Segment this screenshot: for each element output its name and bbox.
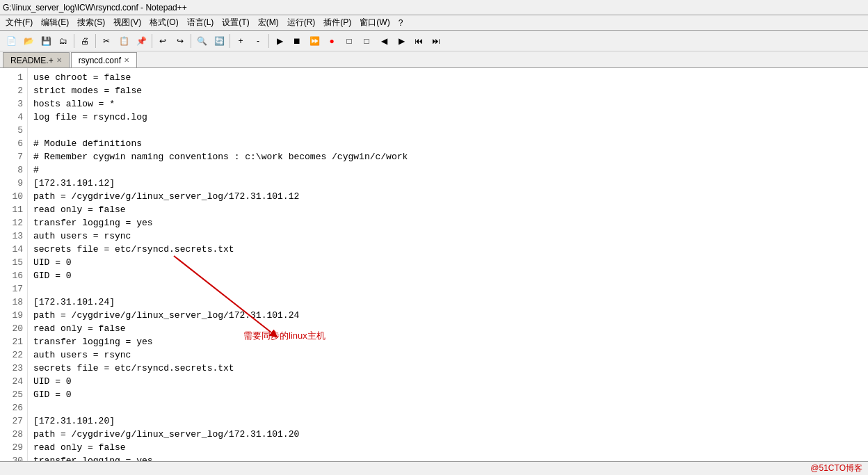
line-num-27: 27: [0, 414, 27, 428]
paste-button[interactable]: 📌: [133, 33, 150, 49]
line-num-24: 24: [0, 375, 27, 388]
separator-5: [230, 34, 230, 48]
tab-readme[interactable]: README.+ ✕: [3, 52, 70, 67]
code-line-16: GID = 0: [33, 269, 862, 282]
undo-button[interactable]: ↩: [154, 33, 171, 49]
code-line-17: [33, 282, 862, 296]
line-num-16: 16: [0, 269, 27, 282]
title-bar: G:\linux_server_log\ICW\rsyncd.conf - No…: [0, 0, 868, 15]
code-line-7: # Remember cygwin naming conventions : c…: [33, 150, 862, 163]
menu-file[interactable]: 文件(F): [1, 15, 37, 30]
line-numbers: 1234567891011121314151617181920212223242…: [0, 68, 28, 461]
code-line-1: use chroot = false: [33, 71, 862, 84]
zoom-out-button[interactable]: -: [250, 33, 266, 49]
code-line-8: #: [33, 163, 862, 177]
status-bar: @51CTO博客: [0, 461, 868, 475]
line-num-6: 6: [0, 137, 27, 150]
line-num-4: 4: [0, 111, 27, 124]
menu-edit[interactable]: 编辑(E): [37, 15, 73, 30]
separator-1: [74, 34, 74, 48]
menu-bar: 文件(F) 编辑(E) 搜索(S) 视图(V) 格式(O) 语言(L) 设置(T…: [0, 15, 868, 31]
tab-rsyncd-close[interactable]: ✕: [124, 56, 129, 64]
menu-help[interactable]: ?: [394, 17, 408, 29]
code-line-9: [172.31.101.12]: [33, 177, 862, 190]
code-line-30: transfer logging = yes: [33, 454, 862, 461]
replace-button[interactable]: 🔄: [211, 33, 227, 49]
btn-extra4[interactable]: ▶: [393, 33, 410, 49]
tab-rsyncd[interactable]: rsyncd.conf ✕: [71, 52, 137, 67]
save-button[interactable]: 💾: [38, 33, 54, 49]
separator-3: [152, 34, 152, 48]
line-num-10: 10: [0, 190, 27, 203]
toolbar: 📄 📂 💾 🗂 🖨 ✂ 📋 📌 ↩ ↪ 🔍 🔄 + - ▶ ⏹ ⏩ ● □ □ …: [0, 31, 868, 51]
code-line-15: UID = 0: [33, 256, 862, 269]
line-num-22: 22: [0, 348, 27, 362]
code-line-25: GID = 0: [33, 388, 862, 401]
editor-area[interactable]: 1234567891011121314151617181920212223242…: [0, 68, 868, 461]
line-num-14: 14: [0, 243, 27, 256]
cut-button[interactable]: ✂: [98, 33, 115, 49]
menu-search[interactable]: 搜索(S): [73, 15, 109, 30]
save-all-button[interactable]: 🗂: [55, 33, 72, 49]
btn-extra5[interactable]: ⏮: [410, 33, 427, 49]
find-button[interactable]: 🔍: [193, 33, 210, 49]
zoom-in-button[interactable]: +: [232, 33, 249, 49]
code-line-21: transfer logging = yes: [33, 335, 862, 348]
open-button[interactable]: 📂: [20, 33, 37, 49]
line-num-11: 11: [0, 203, 27, 216]
menu-macro[interactable]: 宏(M): [254, 15, 283, 30]
line-num-20: 20: [0, 322, 27, 335]
print-button[interactable]: 🖨: [77, 33, 93, 49]
line-num-25: 25: [0, 388, 27, 401]
code-line-6: # Module definitions: [33, 137, 862, 150]
tab-rsyncd-label: rsyncd.conf: [79, 56, 121, 65]
btn-extra2[interactable]: □: [358, 33, 375, 49]
tab-readme-close[interactable]: ✕: [56, 56, 62, 64]
menu-format[interactable]: 格式(O): [145, 15, 182, 30]
line-num-28: 28: [0, 428, 27, 441]
run-button[interactable]: ▶: [271, 33, 288, 49]
line-num-19: 19: [0, 309, 27, 322]
line-num-8: 8: [0, 163, 27, 177]
separator-4: [191, 34, 191, 48]
line-num-21: 21: [0, 335, 27, 348]
code-line-26: [33, 401, 862, 414]
tab-bar: README.+ ✕ rsyncd.conf ✕: [0, 51, 868, 68]
btn-extra6[interactable]: ⏭: [428, 33, 444, 49]
menu-plugins[interactable]: 插件(P): [319, 15, 355, 30]
stop-button[interactable]: ⏹: [289, 33, 305, 49]
separator-6: [268, 34, 269, 48]
code-line-28: path = /cygdrive/g/linux_server_log/172.…: [33, 428, 862, 441]
line-num-18: 18: [0, 296, 27, 309]
menu-run[interactable]: 运行(R): [283, 15, 320, 30]
annotation-text: 需要同步的linux主机: [243, 329, 326, 342]
code-line-14: secrets file = etc/rsyncd.secrets.txt: [33, 243, 862, 256]
code-line-3: hosts allow = *: [33, 97, 862, 111]
code-line-24: UID = 0: [33, 375, 862, 388]
code-line-29: read only = false: [33, 441, 862, 454]
code-content[interactable]: use chroot = falsestrict modes = falseho…: [28, 68, 868, 461]
separator-2: [95, 34, 96, 48]
btn-extra1[interactable]: □: [341, 33, 357, 49]
line-num-13: 13: [0, 230, 27, 243]
menu-view[interactable]: 视图(V): [109, 15, 145, 30]
code-line-12: transfer logging = yes: [33, 216, 862, 230]
line-num-5: 5: [0, 124, 27, 137]
title-text: G:\linux_server_log\ICW\rsyncd.conf - No…: [3, 3, 187, 13]
redo-button[interactable]: ↪: [172, 33, 188, 49]
line-num-12: 12: [0, 216, 27, 230]
code-line-4: log file = rsyncd.log: [33, 111, 862, 124]
step-button[interactable]: ⏩: [306, 33, 323, 49]
menu-settings[interactable]: 设置(T): [218, 15, 253, 30]
line-num-17: 17: [0, 282, 27, 296]
menu-language[interactable]: 语言(L): [183, 15, 218, 30]
btn-extra3[interactable]: ◀: [376, 33, 392, 49]
line-num-2: 2: [0, 84, 27, 97]
code-line-22: auth users = rsync: [33, 348, 862, 362]
new-button[interactable]: 📄: [3, 33, 19, 49]
code-line-27: [172.31.101.20]: [33, 414, 862, 428]
record-button[interactable]: ●: [323, 33, 340, 49]
menu-window[interactable]: 窗口(W): [355, 15, 394, 30]
copy-button[interactable]: 📋: [115, 33, 132, 49]
line-num-29: 29: [0, 441, 27, 454]
